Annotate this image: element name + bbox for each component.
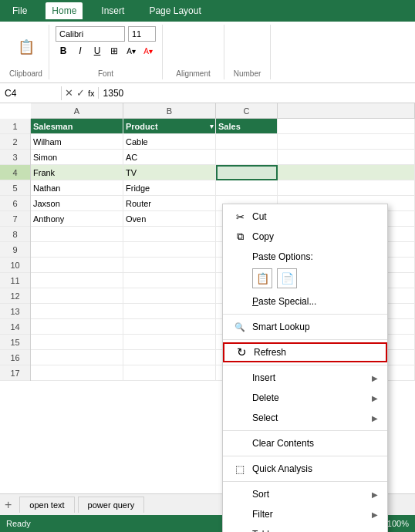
cell-a7[interactable]: Anthony: [31, 211, 123, 227]
menu-item-cut[interactable]: ✂ Cut: [223, 207, 387, 227]
row-num-3: 3: [0, 150, 30, 165]
menu-item-smart-lookup[interactable]: 🔍 Smart Lookup: [223, 317, 387, 337]
cell-a5[interactable]: Nathan: [31, 180, 123, 196]
table-label: Table: [252, 529, 372, 532]
row-num-17: 17: [0, 365, 30, 381]
sort-icon: [232, 487, 248, 502]
ribbon-group-font: Calibri 11 B I U ⊞ A▾ A▾ Font: [49, 25, 163, 79]
col-header-a: A: [31, 103, 123, 118]
tab-page-layout[interactable]: Page Layout: [143, 2, 207, 19]
quick-analysis-icon: ⬚: [232, 461, 248, 476]
zoom-level: 100%: [387, 519, 409, 529]
cell-b2[interactable]: Cable: [123, 134, 216, 150]
menu-item-delete[interactable]: Delete ▶: [223, 388, 387, 408]
cancel-formula-icon[interactable]: ✕: [65, 87, 73, 99]
cell-c5[interactable]: [216, 180, 278, 196]
paste-options-label: Paste Options:: [252, 251, 378, 262]
bold-btn[interactable]: B: [56, 43, 71, 59]
ribbon-group-alignment: Alignment: [163, 25, 224, 79]
paste-btn[interactable]: 📋: [252, 268, 272, 288]
menu-item-copy[interactable]: ⧉ Copy: [223, 227, 387, 247]
sheet-tab-open-text[interactable]: open text: [19, 497, 74, 513]
font-name-box[interactable]: Calibri: [56, 26, 125, 42]
tab-home[interactable]: Home: [46, 2, 83, 19]
cell-b1[interactable]: Product ▾: [123, 119, 216, 134]
cell-b5[interactable]: Fridge: [123, 180, 216, 196]
cell-c3[interactable]: [216, 150, 278, 165]
menu-item-quick-analysis[interactable]: ⬚ Quick Analysis: [223, 459, 387, 479]
row-num-8: 8: [0, 227, 30, 242]
delete-arrow: ▶: [372, 394, 378, 402]
ribbon-tabs: File Home Insert Page Layout: [0, 0, 415, 22]
spreadsheet-area: A B C 1 2 3 4 5 6 7 8 9 10 11 12 13 14 1…: [0, 103, 415, 381]
cell-b4[interactable]: TV: [123, 165, 216, 180]
sheet-tab-power-query[interactable]: power query: [78, 497, 145, 513]
italic-btn[interactable]: I: [73, 43, 88, 59]
cell-a6[interactable]: Jaxson: [31, 196, 123, 211]
cell-c4[interactable]: [216, 165, 278, 180]
menu-item-paste-special[interactable]: Paste Special...: [223, 291, 387, 311]
cell-b3[interactable]: AC: [123, 150, 216, 165]
menu-item-select[interactable]: Select ▶: [223, 408, 387, 428]
menu-item-sort[interactable]: Sort ▶: [223, 484, 387, 504]
row-num-6: 6: [0, 196, 30, 211]
cell-a3[interactable]: Simon: [31, 150, 123, 165]
add-sheet-btn[interactable]: +: [0, 498, 16, 512]
row-num-7: 7: [0, 211, 30, 227]
row-num-4: 4: [0, 165, 30, 180]
separator-4: [223, 430, 387, 431]
quick-analysis-label: Quick Analysis: [252, 463, 378, 474]
filter-icon: [232, 507, 248, 522]
menu-item-paste-options: Paste Options:: [223, 247, 387, 267]
menu-item-clear-contents[interactable]: Clear Contents: [223, 433, 387, 453]
formula-input[interactable]: 1350: [99, 86, 415, 100]
font-color-btn[interactable]: A▾: [140, 43, 156, 59]
row-num-14: 14: [0, 319, 30, 335]
ribbon-group-number: Number: [224, 25, 271, 79]
font-label: Font: [98, 69, 113, 78]
number-label: Number: [234, 69, 261, 78]
border-btn[interactable]: ⊞: [106, 43, 122, 59]
cell-reference-box[interactable]: C4: [0, 86, 62, 100]
status-text: Ready: [6, 519, 31, 528]
col-header-rest: [278, 103, 415, 118]
copy-label: Copy: [252, 231, 378, 242]
cell-b7[interactable]: Oven: [123, 211, 216, 227]
menu-item-insert[interactable]: Insert ▶: [223, 368, 387, 388]
cell-a1[interactable]: Salesman: [31, 119, 123, 134]
cell-c1[interactable]: Sales: [216, 119, 278, 134]
cell-a4[interactable]: Frank: [31, 165, 123, 180]
col-header-b: B: [123, 103, 216, 118]
table-row: Nathan Fridge: [31, 180, 415, 196]
table-row: Salesman Product ▾ Sales: [31, 119, 415, 134]
ribbon-group-clipboard: 📋 Clipboard: [3, 25, 49, 79]
cell-b6[interactable]: Router: [123, 196, 216, 211]
col-headers: A B C: [31, 103, 415, 119]
clipboard-label: Clipboard: [9, 69, 42, 78]
font-size-box[interactable]: 11: [128, 26, 156, 42]
confirm-formula-icon[interactable]: ✓: [76, 87, 85, 99]
menu-item-filter[interactable]: Filter ▶: [223, 504, 387, 524]
cell-rest-3: [278, 150, 415, 165]
row-num-12: 12: [0, 288, 30, 304]
select-icon: [232, 410, 248, 426]
cell-c2[interactable]: [216, 134, 278, 150]
paste-values-btn[interactable]: 📄: [277, 268, 297, 288]
insert-function-icon[interactable]: fx: [88, 89, 95, 98]
insert-arrow: ▶: [372, 374, 378, 382]
tab-insert[interactable]: Insert: [95, 2, 130, 19]
delete-icon: [232, 390, 248, 406]
menu-item-table[interactable]: Table ▶: [223, 524, 387, 532]
separator-5: [223, 456, 387, 456]
cell-rest-1: [278, 119, 415, 134]
underline-btn[interactable]: U: [89, 43, 105, 59]
clipboard-btn[interactable]: 📋: [12, 35, 40, 59]
row-num-16: 16: [0, 350, 30, 365]
fill-color-btn[interactable]: A▾: [123, 43, 139, 59]
cell-a2[interactable]: Wilham: [31, 134, 123, 150]
paste-icons-row: 📋 📄: [223, 267, 387, 291]
menu-item-refresh[interactable]: ↻ Refresh: [223, 342, 387, 362]
cell-rest-5: [278, 180, 415, 196]
separator-6: [223, 481, 387, 482]
tab-file[interactable]: File: [6, 2, 33, 19]
